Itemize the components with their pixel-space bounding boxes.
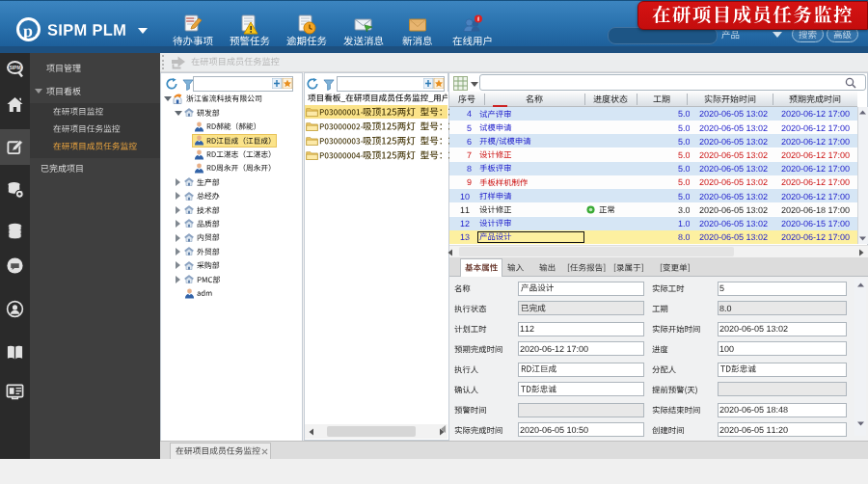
svg-text:SIPM: SIPM bbox=[9, 65, 20, 70]
